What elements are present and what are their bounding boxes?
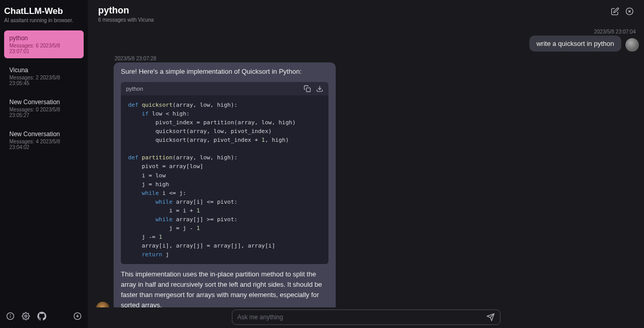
message-text: write a quicksort in python xyxy=(537,40,614,47)
sidebar-item-meta: Messages: 2 2023/5/8 23:05:45 xyxy=(9,75,78,86)
chat-subtitle: 6 messages with Vicuna xyxy=(98,17,611,23)
avatar xyxy=(96,302,109,307)
composer-box[interactable] xyxy=(232,309,500,325)
app-brand: ChatLLM-Web xyxy=(4,6,84,17)
sidebar-item-python[interactable]: python Messages: 6 2023/5/8 23:07:01 xyxy=(4,30,84,58)
code-content: def quicksort(array, low, high): if low … xyxy=(121,95,328,264)
sidebar-item-meta: Messages: 6 2023/5/8 23:07:01 xyxy=(9,43,78,54)
conversation-list: python Messages: 6 2023/5/8 23:07:01 Vic… xyxy=(4,30,84,308)
sidebar-item-new-2[interactable]: New Conversation Messages: 4 2023/5/8 23… xyxy=(4,126,84,154)
sidebar-item-label: New Conversation xyxy=(9,99,78,106)
composer-input[interactable] xyxy=(238,314,486,321)
sidebar-item-label: Vicuna xyxy=(9,67,78,74)
download-icon[interactable] xyxy=(316,85,323,92)
app-tagline: AI assitant running in browser. xyxy=(4,18,84,23)
avatar xyxy=(625,38,639,52)
sidebar: ChatLLM-Web AI assitant running in brows… xyxy=(0,0,88,328)
copy-icon[interactable] xyxy=(304,85,311,92)
svg-rect-10 xyxy=(306,88,310,92)
message-assistant: 2023/5/8 23:07:28 Sure! Here's a simple … xyxy=(93,56,639,307)
chat-header: python 6 messages with Vicuna xyxy=(88,0,644,26)
message-text: Sure! Here's a simple implementation of … xyxy=(121,67,328,77)
code-lang: python xyxy=(126,86,299,92)
sidebar-item-meta: Messages: 4 2023/5/8 23:04:02 xyxy=(9,139,78,150)
sidebar-item-new-1[interactable]: New Conversation Messages: 0 2023/5/8 23… xyxy=(4,94,84,122)
message-bubble: write a quicksort in python xyxy=(529,36,621,52)
sidebar-item-label: python xyxy=(9,35,78,42)
close-icon[interactable] xyxy=(625,7,634,15)
add-icon[interactable] xyxy=(73,312,82,320)
sidebar-footer xyxy=(4,308,84,324)
composer xyxy=(88,307,644,328)
edit-icon[interactable] xyxy=(611,7,619,15)
info-icon[interactable] xyxy=(6,312,14,320)
message-bubble: Sure! Here's a simple implementation of … xyxy=(114,62,336,307)
gear-icon[interactable] xyxy=(22,312,30,320)
svg-point-2 xyxy=(10,315,11,315)
send-icon[interactable] xyxy=(486,313,495,321)
chat-title: python xyxy=(98,5,611,16)
code-block: python def quicksort(array, low, high): … xyxy=(121,82,328,264)
sidebar-item-label: New Conversation xyxy=(9,130,78,138)
chat-scroll[interactable]: 2023/5/8 23:07:04 write a quicksort in p… xyxy=(88,26,644,307)
main-panel: python 6 messages with Vicuna 2023/5/8 2… xyxy=(88,0,644,328)
message-text: This implementation uses the in-place pa… xyxy=(121,269,328,307)
github-icon[interactable] xyxy=(37,311,46,321)
message-user: 2023/5/8 23:07:04 write a quicksort in p… xyxy=(93,29,639,52)
sidebar-item-vicuna[interactable]: Vicuna Messages: 2 2023/5/8 23:05:45 xyxy=(4,62,84,90)
sidebar-item-meta: Messages: 0 2023/5/8 23:05:27 xyxy=(9,107,78,118)
svg-point-3 xyxy=(25,315,27,317)
message-timestamp: 2023/5/8 23:07:04 xyxy=(591,29,639,35)
message-timestamp: 2023/5/8 23:07:28 xyxy=(96,56,160,61)
